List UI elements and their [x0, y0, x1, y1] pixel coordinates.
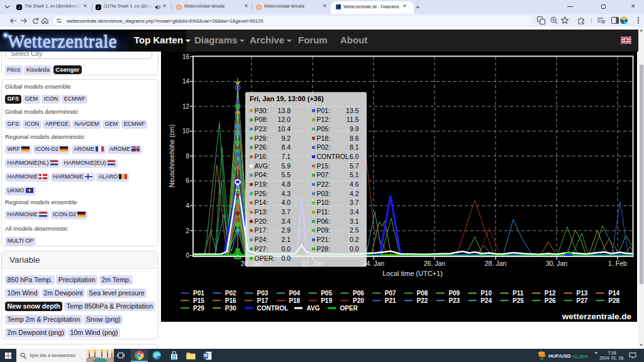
svg-text:3.7: 3.7 [350, 199, 359, 206]
svg-text:P06:: P06: [317, 217, 331, 225]
svg-text:P19:: P19: [255, 180, 269, 188]
svg-text:P26: P26 [545, 297, 556, 304]
svg-text:P14: P14 [608, 290, 619, 297]
svg-text:Local time (UTC+1): Local time (UTC+1) [382, 270, 443, 277]
svg-text:P07: P07 [385, 290, 396, 297]
svg-text:4.3: 4.3 [281, 190, 291, 197]
svg-text:28. Jan: 28. Jan [485, 260, 507, 267]
svg-text:0: 0 [186, 252, 189, 259]
svg-text:P27:: P27: [255, 245, 269, 253]
svg-text:13.5: 13.5 [346, 107, 359, 114]
svg-text:P13: P13 [577, 290, 588, 297]
svg-text:P24:: P24: [255, 236, 269, 243]
svg-text:P16:: P16: [255, 153, 269, 160]
svg-text:P25: P25 [513, 297, 524, 304]
svg-text:P03:: P03: [317, 190, 331, 197]
svg-text:P30:: P30: [255, 107, 269, 114]
svg-text:P29:: P29: [255, 134, 269, 142]
svg-text:P12:: P12: [317, 116, 331, 123]
svg-text:Neuschneehöhe (cm): Neuschneehöhe (cm) [168, 124, 175, 187]
svg-text:5.9: 5.9 [281, 162, 291, 170]
svg-text:P26:: P26: [255, 143, 269, 151]
svg-text:P07:: P07: [317, 171, 331, 178]
svg-text:3.4: 3.4 [281, 217, 291, 225]
svg-text:9.9: 9.9 [350, 125, 359, 133]
svg-text:4: 4 [186, 202, 189, 209]
svg-text:3.7: 3.7 [281, 208, 291, 216]
svg-text:AVG:: AVG: [255, 162, 270, 170]
svg-text:6: 6 [186, 177, 189, 184]
svg-text:P17: P17 [257, 297, 269, 304]
svg-text:P11:: P11: [317, 208, 330, 216]
svg-text:0.0: 0.0 [281, 245, 291, 253]
svg-text:5.5: 5.5 [281, 171, 291, 178]
svg-text:P06: P06 [353, 290, 364, 297]
svg-text:P16: P16 [225, 297, 236, 304]
svg-text:P02:: P02: [317, 143, 331, 151]
svg-text:8.4: 8.4 [281, 143, 291, 151]
svg-text:Fri, Jan 19, 13:00 (+36): Fri, Jan 19, 13:00 (+36) [250, 95, 324, 102]
svg-text:P25:: P25: [255, 190, 269, 197]
svg-text:P18: P18 [289, 297, 300, 304]
svg-text:P05: P05 [321, 290, 332, 297]
svg-text:P05:: P05: [317, 125, 331, 133]
svg-text:P30: P30 [225, 305, 236, 312]
svg-text:5.1: 5.1 [350, 171, 359, 178]
svg-text:6.0: 6.0 [350, 153, 359, 160]
svg-text:P13:: P13: [255, 208, 269, 216]
svg-text:P19: P19 [321, 297, 332, 304]
svg-text:26. Jan: 26. Jan [424, 260, 446, 267]
svg-text:P01: P01 [193, 290, 204, 297]
svg-text:8.1: 8.1 [350, 143, 359, 151]
svg-text:P22:: P22: [317, 180, 331, 188]
svg-text:P21: P21 [385, 297, 396, 304]
svg-text:P24: P24 [480, 297, 492, 304]
svg-text:P10:: P10: [317, 199, 331, 206]
svg-text:P21:: P21: [317, 236, 331, 243]
svg-text:P29: P29 [193, 305, 204, 312]
svg-text:P15:: P15: [317, 162, 331, 170]
svg-text:8.6: 8.6 [350, 134, 359, 142]
svg-text:P08: P08 [417, 290, 428, 297]
svg-text:14: 14 [182, 78, 190, 85]
svg-text:CONTROL:: CONTROL: [317, 153, 351, 160]
svg-text:OPER: OPER [340, 305, 358, 312]
svg-text:2.5: 2.5 [350, 226, 359, 234]
svg-text:P27: P27 [577, 297, 588, 304]
svg-text:P28:: P28: [317, 245, 331, 253]
svg-text:P09:: P09: [317, 226, 331, 234]
svg-text:8: 8 [186, 153, 189, 160]
svg-text:2: 2 [186, 228, 189, 234]
svg-text:OPER:: OPER: [255, 255, 275, 262]
svg-text:4.8: 4.8 [281, 180, 291, 188]
svg-text:5.7: 5.7 [350, 162, 359, 170]
svg-text:P04:: P04: [255, 171, 269, 178]
svg-text:P03: P03 [257, 290, 269, 297]
svg-text:4.0: 4.0 [281, 199, 291, 206]
svg-text:CONTROL: CONTROL [257, 305, 288, 312]
svg-text:2.9: 2.9 [281, 226, 291, 234]
svg-text:13.8: 13.8 [278, 107, 291, 114]
svg-text:P20:: P20: [255, 217, 269, 225]
svg-text:12: 12 [182, 103, 190, 110]
svg-text:0.0: 0.0 [281, 255, 291, 262]
svg-text:P14:: P14: [255, 199, 269, 206]
svg-text:AVG: AVG [307, 305, 320, 312]
svg-text:P23:: P23: [255, 125, 269, 133]
svg-text:P20: P20 [353, 297, 364, 304]
svg-text:3.1: 3.1 [350, 217, 359, 225]
svg-text:30. Jan: 30. Jan [546, 260, 568, 267]
svg-text:0.0: 0.0 [350, 245, 359, 253]
svg-text:P15: P15 [193, 297, 204, 304]
svg-text:P22: P22 [417, 297, 428, 304]
svg-text:16: 16 [182, 53, 190, 60]
svg-text:W: W [204, 353, 208, 358]
svg-text:P04: P04 [289, 290, 300, 297]
svg-text:9.2: 9.2 [281, 134, 291, 142]
svg-text:2.1: 2.1 [281, 236, 291, 243]
svg-text:10: 10 [182, 128, 190, 134]
svg-text:12.0: 12.0 [278, 116, 291, 123]
svg-text:3.4: 3.4 [350, 208, 359, 216]
svg-text:1. Feb: 1. Feb [608, 260, 627, 267]
svg-text:P23: P23 [448, 297, 460, 304]
